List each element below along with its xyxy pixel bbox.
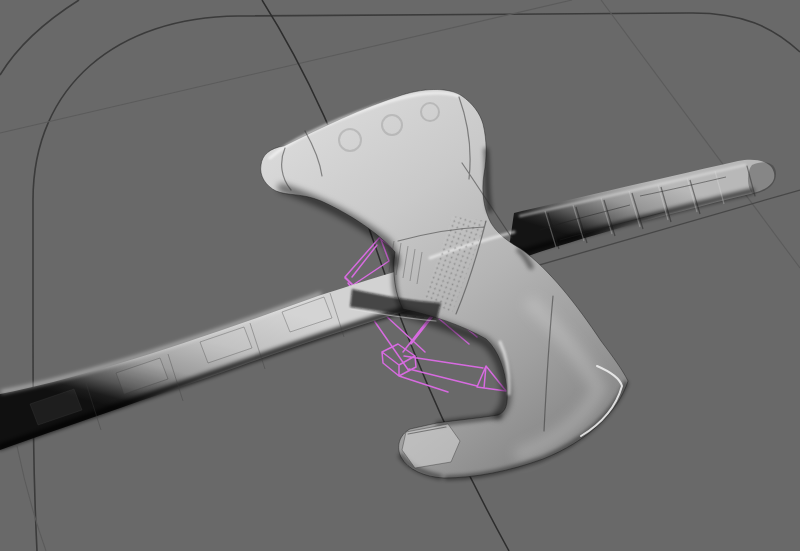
- axe-blade-tip-facet: [402, 424, 460, 468]
- 3d-viewport[interactable]: [0, 0, 800, 551]
- scene-canvas: [0, 0, 800, 551]
